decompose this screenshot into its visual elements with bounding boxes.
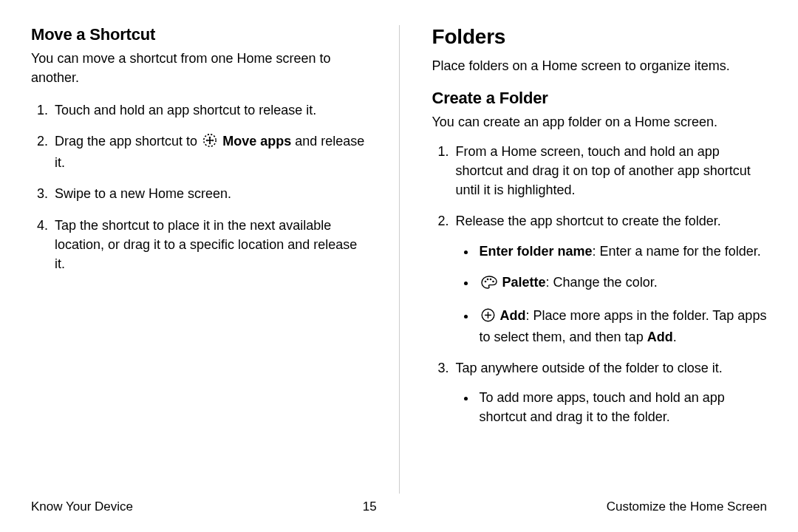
move-apps-icon [202, 133, 217, 153]
step-4: Tap the shortcut to place it in the next… [52, 216, 366, 273]
page-footer: Know Your Device 15 Customize the Home S… [31, 494, 767, 514]
move-shortcut-lead: You can move a shortcut from one Home sc… [31, 49, 366, 87]
cf-step-3: Tap anywhere outside of the folder to cl… [453, 358, 768, 426]
folders-lead: Place folders on a Home screen to organi… [432, 56, 768, 75]
move-apps-label: Move apps [222, 134, 291, 149]
step-2: Drag the app shortcut to Move apps and r… [52, 132, 366, 172]
bullet-palette: Palette: Change the color. [477, 273, 768, 294]
content-area: Move a Shortcut You can move a shortcut … [31, 25, 767, 494]
move-shortcut-steps: Touch and hold an app shortcut to releas… [31, 100, 366, 273]
palette-rest: : Change the color. [546, 275, 658, 290]
enter-name-rest: : Enter a name for the folder. [593, 244, 761, 259]
svg-point-2 [486, 278, 488, 280]
left-column: Move a Shortcut You can move a shortcut … [31, 25, 366, 494]
right-column: Folders Place folders on a Home screen t… [432, 25, 768, 494]
svg-point-3 [489, 278, 491, 280]
step-3: Swipe to a new Home screen. [52, 184, 366, 203]
column-divider [399, 25, 400, 494]
bullet-add: Add: Place more apps in the folder. Tap … [477, 306, 768, 347]
cf-step-2: Release the app shortcut to create the f… [453, 211, 768, 346]
page-number: 15 [363, 499, 377, 514]
add-end: Add [647, 330, 673, 344]
folders-heading: Folders [432, 25, 768, 49]
svg-point-1 [484, 280, 486, 282]
footer-left: Know Your Device [31, 499, 133, 514]
cf-step-2-bullets: Enter folder name: Enter a name for the … [456, 242, 768, 347]
bullet-enter-name: Enter folder name: Enter a name for the … [477, 242, 768, 261]
step-1: Touch and hold an app shortcut to releas… [52, 100, 366, 120]
create-folder-lead: You can create an app folder on a Home s… [432, 112, 768, 132]
add-label: Add [500, 308, 526, 323]
move-shortcut-heading: Move a Shortcut [31, 25, 366, 44]
footer-right: Customize the Home Screen [607, 499, 767, 514]
cf-step-3-bullets: To add more apps, touch and hold an app … [456, 388, 768, 426]
step-2-pre: Drag the app shortcut to [55, 134, 201, 149]
create-folder-steps: From a Home screen, touch and hold an ap… [432, 142, 768, 426]
create-folder-heading: Create a Folder [432, 89, 768, 108]
svg-point-4 [492, 280, 494, 282]
cf-step-1: From a Home screen, touch and hold an ap… [453, 142, 768, 200]
enter-name-label: Enter folder name [480, 244, 593, 259]
cf-step-3-b1: To add more apps, touch and hold an app … [477, 388, 768, 426]
cf-step-3-text: Tap anywhere outside of the folder to cl… [456, 361, 723, 375]
palette-label: Palette [502, 275, 546, 290]
add-icon [481, 308, 495, 327]
cf-step-2-text: Release the app shortcut to create the f… [456, 214, 721, 228]
palette-icon [481, 275, 497, 294]
add-dot: . [673, 330, 677, 344]
